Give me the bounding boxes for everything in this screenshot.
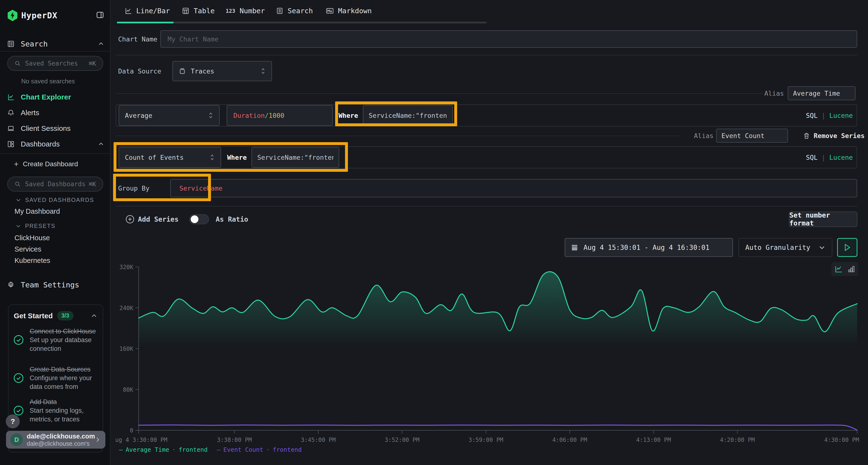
get-started-header[interactable]: Get Started 3/3	[14, 311, 97, 321]
time-range-picker[interactable]: Aug 4 15:30:01 - Aug 4 16:30:01	[565, 238, 733, 257]
sidebar-item-alerts[interactable]: Alerts	[7, 107, 104, 119]
divider	[116, 55, 857, 56]
user-menu[interactable]: D dale@clickhouse.com dale@clickhouse.co…	[6, 431, 105, 449]
as-ratio-toggle[interactable]	[189, 214, 209, 224]
set-number-format-button[interactable]: Set number format	[789, 211, 858, 227]
svg-text:80K: 80K	[123, 387, 133, 393]
chart-legend[interactable]: —Average Time·frontend—Event Count·front…	[119, 446, 307, 453]
sidebar-item-my-dashboard[interactable]: My Dashboard	[14, 207, 60, 215]
hyperdx-logo-icon	[7, 10, 18, 21]
section-title: PRESETS	[25, 223, 56, 229]
line-chart-icon	[7, 94, 14, 101]
aggregation-select[interactable]: Count of Events	[119, 147, 221, 168]
run-query-button[interactable]	[837, 238, 858, 257]
get-started-title: Get Started	[14, 312, 53, 320]
timeseries-chart[interactable]: 080K160K240K320KAug 4 3:30:00 PM3:38:00 …	[116, 260, 863, 443]
get-started-item-connect[interactable]: Connect to ClickHouse Set up your databa…	[13, 327, 99, 353]
sidebar-item-team-settings[interactable]: Team Settings	[7, 279, 104, 290]
tab-table[interactable]: Table	[182, 0, 215, 22]
chart-name-label: Chart Name	[118, 30, 157, 48]
where-query-input[interactable]	[251, 147, 339, 168]
svg-text:3:59:00 PM: 3:59:00 PM	[468, 437, 503, 443]
legend-separator: ·	[172, 446, 176, 453]
svg-text:3:38:00 PM: 3:38:00 PM	[217, 437, 252, 443]
database-icon	[179, 67, 186, 75]
field-expression-input[interactable]: Duration/1000	[227, 105, 333, 126]
line-style-icon[interactable]	[834, 265, 843, 273]
markdown-tab-icon	[326, 7, 334, 14]
saved-dashboards-section-header[interactable]: SAVED DASHBOARDS	[16, 197, 94, 203]
aggregation-select[interactable]: Average	[119, 105, 220, 126]
field-token: Duration	[234, 112, 265, 119]
granularity-select[interactable]: Auto Granularity	[739, 238, 832, 257]
legend-dash-icon: —	[217, 446, 220, 453]
series-controls: Add Series As Ratio	[125, 211, 248, 227]
chart-name-input[interactable]	[160, 30, 857, 48]
lucene-option[interactable]: Lucene	[829, 154, 853, 161]
svg-text:3:45:00 PM: 3:45:00 PM	[301, 437, 336, 443]
sidebar: HyperDX Search Saved Searches ⌘K No save…	[0, 0, 111, 465]
group-by-value: ServiceName	[179, 185, 222, 192]
bell-icon	[7, 109, 14, 117]
sidebar-item-dashboards[interactable]: Dashboards	[7, 138, 104, 150]
saved-searches-shortcut: ⌘K	[89, 60, 96, 67]
sql-option[interactable]: SQL	[806, 154, 817, 161]
where-query-input[interactable]	[363, 105, 453, 126]
data-source-select[interactable]: Traces	[173, 61, 272, 81]
chart-type-tabbar: Line/Bar Table 123 Number Search Markdow…	[111, 0, 868, 24]
sidebar-item-chart-explorer[interactable]: Chart Explorer	[7, 91, 104, 103]
series-alias-input[interactable]	[788, 86, 856, 100]
search-icon	[14, 60, 21, 66]
legend-item[interactable]: —Average Time·frontend	[119, 446, 208, 453]
table-tab-icon	[182, 7, 189, 14]
svg-text:Aug 4 3:30:00 PM: Aug 4 3:30:00 PM	[116, 437, 167, 443]
sidebar-section-search[interactable]: Search	[7, 38, 104, 49]
tab-label: Markdown	[338, 7, 372, 15]
tab-number[interactable]: 123 Number	[226, 0, 265, 22]
get-started-item-description: Start sending logs, metrics, or traces	[30, 406, 99, 424]
series-alias-input[interactable]	[716, 129, 788, 143]
get-started-item-add-data[interactable]: Add Data Start sending logs, metrics, or…	[13, 398, 99, 424]
sidebar-collapse-button[interactable]	[96, 11, 104, 20]
remove-series-button[interactable]: Remove Series	[803, 129, 865, 143]
search-section-icon	[7, 40, 14, 47]
create-dashboard-button[interactable]: + Create Dashboard	[14, 159, 78, 170]
section-title: SAVED DASHBOARDS	[25, 197, 94, 203]
query-language-toggle[interactable]: SQL | Lucene	[806, 147, 853, 168]
add-series-button[interactable]: Add Series	[138, 215, 179, 223]
group-by-input[interactable]: ServiceName	[170, 179, 857, 197]
tab-markdown[interactable]: Markdown	[326, 0, 372, 22]
sidebar-item-clickhouse[interactable]: ClickHouse	[14, 234, 50, 242]
svg-text:240K: 240K	[119, 305, 133, 311]
user-subtitle: dale@clickhouse.com's	[27, 440, 94, 447]
svg-text:4:13:00 PM: 4:13:00 PM	[636, 437, 671, 443]
create-dashboard-label: Create Dashboard	[23, 160, 78, 168]
check-circle-icon	[13, 335, 24, 345]
saved-dashboards-input[interactable]: Saved Dashboards ⌘K	[7, 176, 103, 192]
dashboard-icon	[7, 140, 14, 148]
sidebar-item-client-sessions[interactable]: Client Sessions	[7, 123, 104, 134]
chevron-down-icon	[16, 223, 21, 229]
sql-option[interactable]: SQL	[806, 112, 817, 119]
chevron-down-icon	[818, 244, 826, 251]
tab-search[interactable]: Search	[276, 0, 313, 22]
number-tab-icon: 123	[226, 8, 235, 14]
as-ratio-label: As Ratio	[216, 215, 248, 223]
divider	[116, 136, 680, 136]
query-language-toggle[interactable]: SQL | Lucene	[806, 105, 853, 126]
legend-item[interactable]: —Event Count·frontend	[217, 446, 302, 453]
lucene-option[interactable]: Lucene	[829, 112, 853, 119]
sidebar-item-services[interactable]: Services	[14, 245, 41, 253]
tab-line-bar[interactable]: Line/Bar	[125, 0, 170, 22]
svg-text:0: 0	[130, 427, 133, 434]
bar-style-icon[interactable]	[847, 265, 856, 273]
get-started-item-data-sources[interactable]: Create Data Sources Configure where your…	[13, 365, 99, 391]
presets-section-header[interactable]: PRESETS	[16, 223, 56, 229]
circle-plus-icon[interactable]	[125, 215, 134, 224]
sidebar-item-kubernetes[interactable]: Kubernetes	[14, 257, 50, 265]
help-button[interactable]: ?	[6, 414, 20, 428]
get-started-item-description: Set up your database connection	[30, 336, 99, 353]
saved-searches-input[interactable]: Saved Searches ⌘K	[7, 56, 103, 71]
check-circle-icon	[13, 373, 24, 383]
toggle-separator: |	[822, 154, 825, 161]
